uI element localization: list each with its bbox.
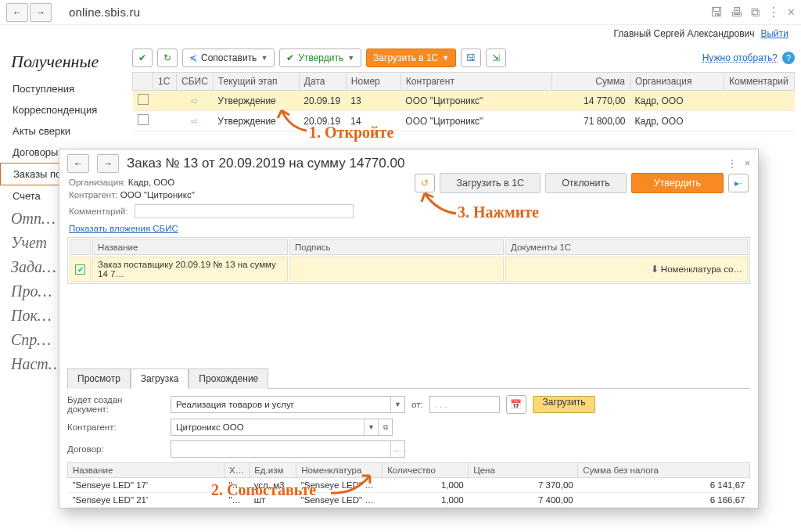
row-checkbox[interactable]	[138, 114, 149, 125]
cell-qty: 1,000	[383, 478, 469, 493]
col-qty[interactable]: Количество	[383, 463, 469, 478]
show-attachments-link[interactable]: Показать вложения СБИС	[69, 224, 178, 233]
cell-price: 7 370,00	[469, 478, 578, 493]
contractor-select[interactable]: Цитроникс ООО ▼ ⧉	[171, 419, 393, 436]
cell-stage: Утверждение	[213, 91, 299, 111]
col-name[interactable]: Название	[92, 239, 288, 255]
row-checkbox[interactable]	[138, 94, 149, 105]
dialog-next-button[interactable]: ▸·	[728, 174, 749, 192]
cell-nomen: "Senseye LED" …	[296, 478, 383, 493]
doc-type-value: Реализация товаров и услуг	[171, 400, 390, 409]
contractor-label: Контрагент:	[69, 190, 118, 200]
help-icon[interactable]: ?	[782, 52, 795, 64]
col-name[interactable]: Название	[68, 463, 224, 478]
col-sbis[interactable]: СБИС	[177, 73, 214, 91]
col-x[interactable]: Х…	[224, 463, 250, 478]
col-sum[interactable]: Сумма без налога	[578, 463, 750, 478]
tab-process[interactable]: Прохождение	[189, 368, 268, 389]
load-1c-button[interactable]: Загрузить в 1С ▼	[366, 49, 456, 67]
tab-load[interactable]: Загрузка	[131, 368, 189, 389]
load-button[interactable]: Загрузить	[533, 396, 596, 413]
calendar-icon[interactable]: 📅	[506, 395, 526, 414]
col-signature[interactable]: Подпись	[289, 239, 504, 255]
table-row[interactable]: "Senseye LED" 21' "… шт "Senseye LED" … …	[68, 493, 750, 508]
match-button[interactable]: ≼ Сопоставить ▼	[182, 49, 275, 67]
col-price[interactable]: Цена	[469, 463, 578, 478]
match-icon: ≼	[189, 52, 197, 63]
date-input[interactable]: . . .	[429, 396, 500, 413]
chevron-down-icon[interactable]: ▼	[390, 397, 404, 412]
save-icon[interactable]: 🖫	[710, 5, 723, 20]
col-stage[interactable]: Текущий этап	[213, 73, 299, 91]
cell-x: "…	[224, 478, 250, 493]
col-docs1c[interactable]: Документы 1С	[505, 239, 748, 255]
sidebar-item-acts[interactable]: Акты сверки	[0, 120, 129, 142]
cell-num: 13	[346, 91, 400, 111]
copy-icon[interactable]: ⧉	[751, 5, 760, 20]
approve-button[interactable]: ✔ Утвердить ▼	[279, 49, 361, 67]
date-placeholder: . . .	[435, 400, 447, 409]
table-row[interactable]: ➪ Утверждение 20.09.19 13 ООО "Цитроникс…	[133, 91, 795, 111]
table-row[interactable]: ➪ Утверждение 20.09.19 14 ООО "Цитроникс…	[133, 111, 795, 131]
print-icon[interactable]: 🖶	[731, 5, 743, 20]
save-disk-button[interactable]: 🖫	[461, 49, 481, 67]
dialog-back-button[interactable]: ←	[67, 154, 89, 173]
cell-contractor: ООО "Цитроникс"	[400, 111, 551, 131]
attachments-table: Название Подпись Документы 1С ✔ Заказ по…	[67, 237, 750, 284]
chevron-down-icon: ▼	[347, 54, 354, 62]
order-dialog: ← → Заказ № 13 от 20.09.2019 на сумму 14…	[59, 149, 759, 509]
cell-date: 20.09.19	[299, 111, 346, 131]
back-button[interactable]: ←	[6, 3, 28, 22]
dialog-forward-button[interactable]: →	[97, 154, 119, 173]
cell-name: "Senseye LED" 17'	[68, 478, 224, 493]
chevron-down-icon[interactable]: ▼	[364, 419, 378, 435]
col-sum[interactable]: Сумма	[552, 73, 630, 91]
sidebar-item-correspondence[interactable]: Корреспонденция	[0, 99, 129, 120]
orders-table: 1С СБИС Текущий этап Дата Номер Контраге…	[132, 72, 795, 131]
cell-name: "Senseye LED" 21'	[68, 493, 224, 508]
org-label: Организация:	[69, 178, 126, 187]
col-comment[interactable]: Комментарий	[724, 73, 795, 91]
col-contractor[interactable]: Контрагент	[400, 73, 551, 91]
cell-num: 14	[346, 111, 400, 131]
open-icon[interactable]: ⧉	[378, 419, 392, 435]
close-icon[interactable]: ×	[788, 5, 795, 20]
cell-contractor: ООО "Цитроникс"	[400, 91, 551, 111]
sidebar-item-incoming[interactable]: Поступления	[0, 78, 129, 99]
refresh-button[interactable]: ↻	[157, 49, 178, 67]
org-value: Кадр, ООО	[128, 178, 174, 187]
cell-qty: 1,000	[383, 493, 469, 508]
col-date[interactable]: Дата	[299, 73, 346, 91]
agreement-select[interactable]: …	[171, 440, 405, 458]
comment-input[interactable]	[135, 204, 354, 218]
dialog-reject-button[interactable]: Отклонить	[545, 173, 627, 193]
col-nomen[interactable]: Номенклатура	[296, 463, 383, 478]
col-1c[interactable]: 1С	[153, 73, 177, 91]
table-row[interactable]: ✔ Заказ поставщику 20.09.19 № 13 на сумм…	[70, 257, 748, 282]
select-all-button[interactable]: ✔	[132, 49, 153, 67]
doc-type-select[interactable]: Реализация товаров и услуг ▼	[171, 396, 405, 413]
tab-preview[interactable]: Просмотр	[67, 368, 131, 389]
forward-button[interactable]: →	[30, 3, 52, 22]
dialog-close-icon[interactable]: ×	[745, 158, 750, 169]
col-unit[interactable]: Ед.изм	[250, 463, 296, 478]
dialog-kebab-icon[interactable]: ⋮	[727, 158, 737, 169]
row-checkbox[interactable]: ✔	[75, 264, 85, 275]
cell-nomen: Номенклатура со…	[661, 264, 742, 274]
dialog-load-1c-button[interactable]: Загрузить в 1С	[440, 173, 541, 193]
logout-link[interactable]: Выйти	[760, 28, 788, 39]
filter-link[interactable]: Нужно отобрать?	[702, 52, 778, 63]
sidebar-title: Полученные	[0, 49, 129, 78]
table-row[interactable]: "Senseye LED" 17' "… усл. м3 "Senseye LE…	[68, 478, 750, 493]
col-num[interactable]: Номер	[346, 73, 400, 91]
dialog-approve-button[interactable]: Утвердить	[631, 173, 724, 193]
address-bar: online.sbis.ru	[69, 5, 140, 19]
kebab-icon[interactable]: ⋮	[767, 5, 780, 20]
cell-price: 7 400,00	[469, 493, 578, 508]
load-1c-label: Загрузить в 1С	[373, 52, 438, 63]
col-org[interactable]: Организация	[630, 73, 724, 91]
export-button[interactable]: ⇲	[486, 49, 506, 67]
more-icon[interactable]: …	[390, 441, 404, 457]
dialog-refresh-button[interactable]: ↺	[415, 174, 435, 192]
cell-stage: Утверждение	[213, 111, 299, 131]
